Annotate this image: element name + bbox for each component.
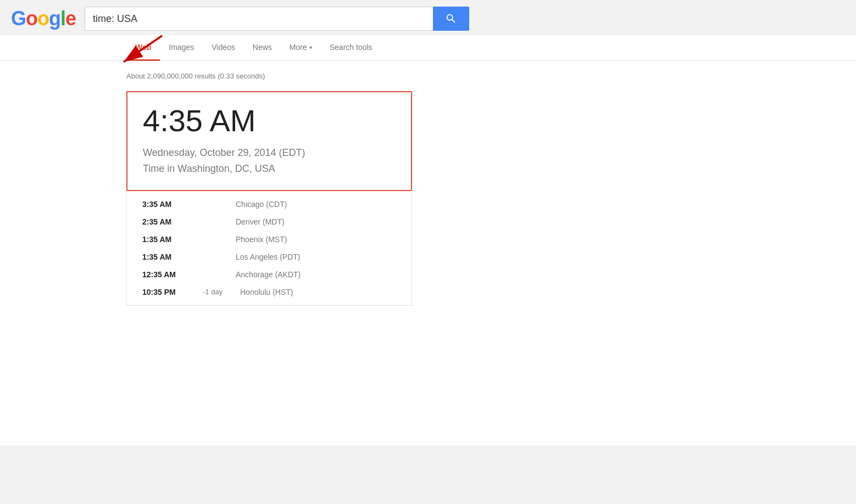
header: Google	[0, 0, 856, 31]
tz-city: Chicago (CDT)	[236, 200, 287, 209]
search-bar	[85, 7, 469, 31]
main-content: About 2,090,000,000 results (0.33 second…	[0, 61, 856, 445]
time-card: 4:35 AM Wednesday, October 29, 2014 (EDT…	[126, 91, 412, 191]
tz-time: 12:35 AM	[142, 270, 203, 279]
tz-time: 2:35 AM	[142, 217, 203, 226]
timezone-list: 3:35 AM Chicago (CDT) 2:35 AM Denver (MD…	[126, 191, 412, 306]
search-icon	[445, 13, 457, 25]
tz-time: 1:35 AM	[142, 253, 203, 261]
tz-city: Honolulu (HST)	[240, 288, 293, 296]
tz-city: Los Angeles (PDT)	[236, 253, 301, 261]
timezone-row: 2:35 AM Denver (MDT)	[127, 213, 412, 231]
tab-news[interactable]: News	[244, 35, 281, 61]
tz-time: 1:35 AM	[142, 235, 203, 244]
tz-offset: -1 day	[203, 288, 236, 296]
results-count: About 2,090,000,000 results (0.33 second…	[126, 72, 730, 80]
page-wrapper: Google Web Images Videos News More ▾ Sea…	[0, 0, 856, 445]
nav-bar: Web Images Videos News More ▾ Search too…	[0, 35, 856, 61]
tab-more[interactable]: More ▾	[281, 35, 321, 61]
timezone-row: 10:35 PM -1 day Honolulu (HST)	[127, 283, 412, 301]
tz-city: Phoenix (MST)	[236, 235, 287, 244]
main-time: 4:35 AM	[143, 105, 396, 136]
time-date: Wednesday, October 29, 2014 (EDT)	[143, 145, 396, 161]
tab-videos[interactable]: Videos	[203, 35, 244, 61]
search-input[interactable]	[85, 7, 433, 31]
timezone-row: 1:35 AM Phoenix (MST)	[127, 231, 412, 248]
timezone-row: 3:35 AM Chicago (CDT)	[127, 195, 412, 213]
timezone-row: 1:35 AM Los Angeles (PDT)	[127, 248, 412, 266]
more-dropdown-arrow: ▾	[309, 44, 312, 51]
time-details: Wednesday, October 29, 2014 (EDT) Time i…	[143, 145, 396, 177]
tab-web[interactable]: Web	[126, 35, 160, 61]
tz-city: Anchorage (AKDT)	[236, 270, 301, 279]
tab-images[interactable]: Images	[160, 35, 203, 61]
tab-search-tools[interactable]: Search tools	[321, 35, 381, 61]
search-button[interactable]	[433, 7, 469, 31]
time-location: Time in Washington, DC, USA	[143, 161, 396, 177]
timezone-row: 12:35 AM Anchorage (AKDT)	[127, 266, 412, 283]
google-logo[interactable]: Google	[11, 7, 76, 30]
tz-city: Denver (MDT)	[236, 217, 285, 226]
tz-time: 10:35 PM	[142, 288, 203, 296]
tz-time: 3:35 AM	[142, 200, 203, 209]
